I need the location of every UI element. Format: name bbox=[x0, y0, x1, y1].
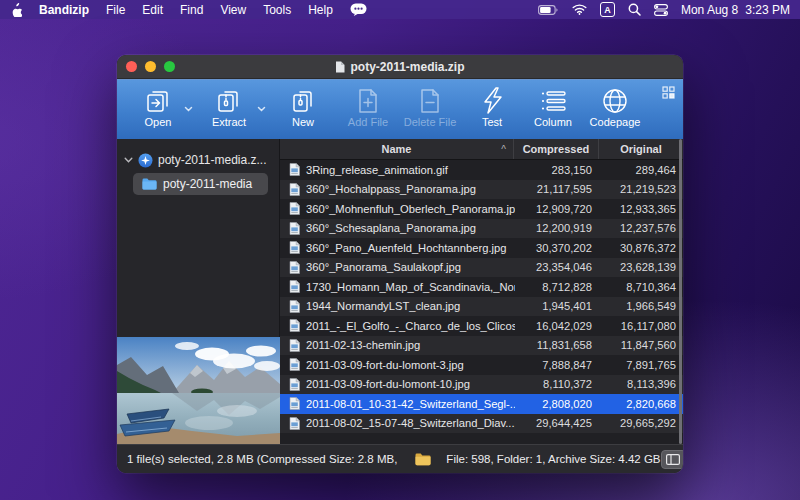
add-file-button[interactable]: Add File bbox=[339, 86, 397, 128]
menu-item-edit[interactable]: Edit bbox=[142, 3, 163, 17]
table-row[interactable]: 360°_Mohnenfluh_Oberlech_Panorama.jpg12,… bbox=[280, 199, 683, 219]
extract-icon bbox=[215, 86, 243, 115]
menu-item-file[interactable]: File bbox=[106, 3, 125, 17]
compressed-size: 8,712,828 bbox=[515, 281, 599, 293]
list-header: Name ^ Compressed Original bbox=[280, 139, 683, 160]
scrollbar[interactable] bbox=[679, 139, 682, 444]
chevron-down-icon[interactable] bbox=[124, 157, 133, 163]
new-archive-button[interactable]: New bbox=[279, 86, 327, 128]
file-icon bbox=[289, 378, 300, 391]
file-name-cell: 2011-08-01_10-31-42_Switzerland_Segl-... bbox=[280, 397, 515, 410]
menu-item-tools[interactable]: Tools bbox=[263, 3, 291, 17]
original-size: 29,665,292 bbox=[599, 417, 683, 429]
column-header-name[interactable]: Name ^ bbox=[280, 143, 513, 155]
table-row[interactable]: 2011-03-09-fort-du-lomont-3.jpg7,888,847… bbox=[280, 355, 683, 375]
apple-menu-icon[interactable] bbox=[10, 3, 22, 17]
file-icon bbox=[289, 241, 300, 254]
compressed-size: 12,909,720 bbox=[515, 203, 599, 215]
extract-dropdown-chevron-icon[interactable] bbox=[257, 98, 266, 116]
table-row[interactable]: 360°_Schesaplana_Panorama.jpg12,200,9191… bbox=[280, 219, 683, 239]
column-button[interactable]: Column bbox=[525, 86, 581, 128]
file-name-cell: 2011_-_El_Golfo_-_Charco_de_los_Clicos..… bbox=[280, 319, 515, 332]
menu-item-find[interactable]: Find bbox=[180, 3, 203, 17]
file-icon bbox=[289, 319, 300, 332]
menu-item-help[interactable]: Help bbox=[308, 3, 333, 17]
table-row[interactable]: 2011-08-01_10-31-42_Switzerland_Segl-...… bbox=[280, 394, 683, 414]
delete-file-button[interactable]: Delete File bbox=[399, 86, 461, 128]
original-size: 30,876,372 bbox=[599, 242, 683, 254]
title-bar[interactable]: poty-2011-media.zip bbox=[117, 55, 683, 79]
codepage-button[interactable]: Codepage bbox=[585, 86, 645, 128]
file-name: 360°_Pano_Auenfeld_Hochtannberg.jpg bbox=[306, 242, 506, 254]
table-row[interactable]: 360°_Panorama_Saulakopf.jpg23,354,04623,… bbox=[280, 258, 683, 278]
file-name-cell: 360°_Mohnenfluh_Oberlech_Panorama.jpg bbox=[280, 202, 515, 215]
table-row[interactable]: 2011-03-09-fort-du-lomont-10.jpg8,110,37… bbox=[280, 375, 683, 395]
compressed-size: 23,354,046 bbox=[515, 261, 599, 273]
table-row[interactable]: 2011_-_El_Golfo_-_Charco_de_los_Clicos..… bbox=[280, 316, 683, 336]
table-row[interactable]: 360°_Pano_Auenfeld_Hochtannberg.jpg30,37… bbox=[280, 238, 683, 258]
time-text: 3:23 PM bbox=[745, 3, 790, 17]
sort-indicator: ^ bbox=[501, 144, 506, 155]
open-archive-icon bbox=[144, 86, 172, 115]
sidebar-item-archive-root[interactable]: poty-2011-media.z... bbox=[117, 149, 279, 171]
original-size: 8,113,396 bbox=[599, 378, 683, 390]
original-size: 289,464 bbox=[599, 164, 683, 176]
sidebar-item-folder-selected[interactable]: poty-2011-media bbox=[133, 173, 268, 195]
table-row[interactable]: 1944_NormandyLST_clean.jpg1,945,4011,966… bbox=[280, 297, 683, 317]
file-icon bbox=[289, 397, 300, 410]
compressed-size: 8,110,372 bbox=[515, 378, 599, 390]
compressed-size: 7,888,847 bbox=[515, 359, 599, 371]
original-size: 8,710,364 bbox=[599, 281, 683, 293]
sidebar: poty-2011-media.z... poty-2011-media bbox=[117, 139, 280, 444]
compressed-size: 11,831,658 bbox=[515, 339, 599, 351]
menu-bar-clock[interactable]: Mon Aug 8 3:23 PM bbox=[681, 3, 790, 17]
input-source-icon[interactable]: A bbox=[600, 2, 615, 17]
file-name: 1944_NormandyLST_clean.jpg bbox=[306, 300, 460, 312]
table-row[interactable]: 1730_Homann_Map_of_Scandinavia,_Nor...8,… bbox=[280, 277, 683, 297]
extract-button[interactable]: Extract bbox=[201, 86, 257, 128]
file-name: 1730_Homann_Map_of_Scandinavia,_Nor... bbox=[306, 281, 515, 293]
toolbar-customize-icon[interactable] bbox=[662, 85, 675, 103]
sidebar-layout-icon bbox=[666, 454, 680, 465]
minimize-button[interactable] bbox=[145, 61, 156, 72]
menu-item-bandizip[interactable]: Bandizip bbox=[39, 3, 89, 17]
file-name: 360°_Mohnenfluh_Oberlech_Panorama.jpg bbox=[306, 203, 515, 215]
column-header-compressed[interactable]: Compressed bbox=[513, 139, 598, 159]
file-icon bbox=[289, 417, 300, 430]
original-size: 11,847,560 bbox=[599, 339, 683, 351]
original-size: 23,628,139 bbox=[599, 261, 683, 273]
original-size: 1,966,549 bbox=[599, 300, 683, 312]
battery-icon[interactable] bbox=[538, 5, 559, 15]
archive-summary-text: File: 598, Folder: 1, Archive Size: 4.42… bbox=[446, 453, 660, 465]
compressed-size: 1,945,401 bbox=[515, 300, 599, 312]
open-button[interactable]: Open bbox=[133, 86, 183, 128]
table-row[interactable]: 3Ring_release_animation.gif283,150289,46… bbox=[280, 160, 683, 180]
file-name-cell: 1730_Homann_Map_of_Scandinavia,_Nor... bbox=[280, 280, 515, 293]
table-row[interactable]: 2011-08-02_15-07-48_Switzerland_Diav...2… bbox=[280, 414, 683, 434]
control-center-icon[interactable] bbox=[654, 4, 668, 16]
file-name: 3Ring_release_animation.gif bbox=[306, 164, 448, 176]
spotlight-search-icon[interactable] bbox=[628, 3, 641, 16]
file-list: Name ^ Compressed Original 3Ring_release… bbox=[280, 139, 683, 444]
close-button[interactable] bbox=[126, 61, 137, 72]
file-name-cell: 1944_NormandyLST_clean.jpg bbox=[280, 300, 515, 313]
file-name: 2011-08-01_10-31-42_Switzerland_Segl-... bbox=[306, 398, 515, 410]
preview-pane-toggle-button[interactable] bbox=[661, 450, 684, 469]
file-icon bbox=[289, 222, 300, 235]
table-row[interactable]: 360°_Hochalppass_Panorama.jpg21,117,5952… bbox=[280, 180, 683, 200]
file-name-cell: 2011-03-09-fort-du-lomont-10.jpg bbox=[280, 378, 515, 391]
compressed-size: 30,370,202 bbox=[515, 242, 599, 254]
menu-item-view[interactable]: View bbox=[220, 3, 246, 17]
file-name: 2011-08-02_15-07-48_Switzerland_Diav... bbox=[306, 417, 515, 429]
column-header-original[interactable]: Original bbox=[598, 139, 683, 159]
sidebar-item-label: poty-2011-media.z... bbox=[158, 153, 267, 167]
add-file-icon bbox=[355, 86, 381, 115]
test-button[interactable]: Test bbox=[469, 86, 515, 128]
compressed-size: 16,042,029 bbox=[515, 320, 599, 332]
wifi-icon[interactable] bbox=[572, 4, 587, 15]
table-row[interactable]: 2011-02-13-chemin.jpg11,831,65811,847,56… bbox=[280, 336, 683, 356]
file-name-cell: 360°_Hochalppass_Panorama.jpg bbox=[280, 183, 515, 196]
chat-bubble-icon[interactable] bbox=[350, 3, 367, 16]
zoom-button[interactable] bbox=[164, 61, 175, 72]
open-dropdown-chevron-icon[interactable] bbox=[184, 98, 193, 116]
